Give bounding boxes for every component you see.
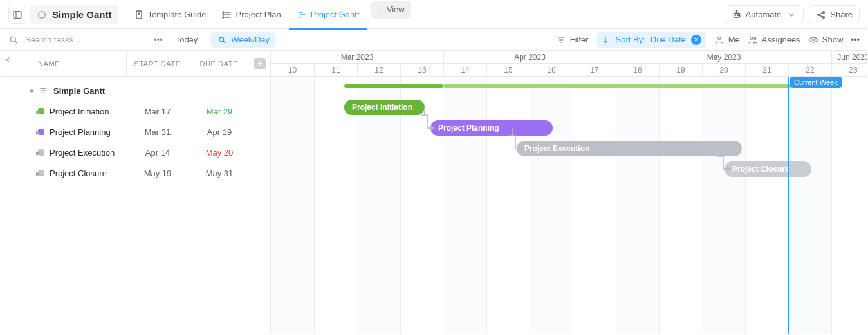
project-circle-icon <box>37 10 47 20</box>
task-row[interactable]: ▸ Project Execution Apr 14 May 20 <box>1 142 270 163</box>
due-date: May 31 <box>189 168 250 178</box>
zoom-weekday-button[interactable]: Week/Day <box>210 32 276 48</box>
search-box[interactable] <box>8 34 150 45</box>
calendar-zoom-icon <box>217 35 227 45</box>
bar-closure[interactable]: Project Closure <box>725 161 811 177</box>
doc-icon <box>134 10 144 20</box>
svg-line-26 <box>15 41 17 43</box>
tab-project-gantt[interactable]: Project Gantt <box>289 1 367 29</box>
me-label: Me <box>728 35 740 44</box>
sort-prefix: Sort By: <box>616 35 645 44</box>
col-name[interactable]: NAME <box>1 51 127 76</box>
column-headers: NAME Start Date Due Date + <box>1 51 270 77</box>
week-header: 11 <box>314 64 357 77</box>
task-row-parent[interactable]: ▾ Simple Gantt <box>1 80 270 101</box>
more-search-button[interactable]: ••• <box>154 35 163 44</box>
tracks: Project Initiation Project Planning Proj… <box>271 77 867 335</box>
week-header: 22 <box>788 64 831 77</box>
start-date: Mar 17 <box>127 107 189 116</box>
svg-line-23 <box>820 12 823 14</box>
month-header: Apr 2023 <box>443 51 616 64</box>
start-date: Apr 14 <box>127 148 189 158</box>
project-title: Simple Gantt <box>52 9 112 20</box>
dependency-arrow <box>717 149 736 174</box>
main: NAME Start Date Due Date + ▾ Simple Gant… <box>1 51 867 335</box>
svg-marker-42 <box>519 146 523 151</box>
chevron-left-icon <box>3 55 14 65</box>
task-row[interactable]: ▸ Project Planning Mar 31 Apr 19 <box>1 122 270 142</box>
svg-marker-43 <box>727 167 731 172</box>
bar-planning[interactable]: Project Planning <box>430 120 553 136</box>
week-header: 16 <box>530 64 573 77</box>
start-date: Mar 31 <box>127 127 189 137</box>
robot-icon <box>732 10 742 20</box>
left-panel: NAME Start Date Due Date + ▾ Simple Gant… <box>1 51 271 335</box>
list-icon <box>38 86 48 96</box>
me-button[interactable]: Me <box>714 35 740 45</box>
week-header: 20 <box>702 64 745 77</box>
caret-right-icon: ▸ <box>36 148 41 158</box>
more-button[interactable]: ••• <box>851 35 860 44</box>
task-name: Project Planning <box>50 127 111 137</box>
tab-label: Template Guide <box>148 10 207 19</box>
caret-right-icon: ▸ <box>36 127 41 137</box>
share-icon <box>816 10 826 20</box>
share-button[interactable]: Share <box>809 5 860 24</box>
assignees-label: Assignees <box>762 35 800 44</box>
bar-initiation[interactable]: Project Initiation <box>344 100 425 115</box>
search-input[interactable] <box>24 34 127 45</box>
week-header: 17 <box>573 64 616 77</box>
automate-button[interactable]: Automate <box>725 5 804 24</box>
due-date: Mar 29 <box>189 107 250 116</box>
col-start[interactable]: Start Date <box>127 60 189 68</box>
svg-point-34 <box>750 37 753 39</box>
gantt-chart[interactable]: Mar 2023Apr 2023May 2023Jun 2023 1011121… <box>271 51 867 335</box>
show-label: Show <box>822 35 844 44</box>
bar-execution[interactable]: Project Execution <box>517 141 742 156</box>
sort-field: Due Date <box>651 35 686 44</box>
dots-icon: ••• <box>851 35 860 44</box>
collapse-left-panel[interactable] <box>3 55 14 67</box>
week-row: 1011121314151617181920212223 <box>271 64 867 77</box>
week-header: 15 <box>486 64 530 77</box>
tab-template-guide[interactable]: Template Guide <box>126 1 214 29</box>
filter-button[interactable]: Filter <box>556 35 589 45</box>
add-column-button[interactable]: + <box>250 51 270 76</box>
sidebar-toggle-button[interactable] <box>8 6 26 24</box>
week-header: 21 <box>745 64 788 77</box>
task-row[interactable]: ▸ Project Initiation Mar 17 Mar 29 <box>1 101 270 122</box>
task-name: Project Initiation <box>50 107 109 116</box>
current-week-badge: Current Week <box>790 77 842 88</box>
assignees-button[interactable]: Assignees <box>748 35 800 45</box>
sort-chip[interactable]: Sort By: Due Date ✕ <box>596 32 706 48</box>
task-row[interactable]: ▸ Project Closure May 19 May 31 <box>1 163 270 183</box>
tab-project-plan[interactable]: Project Plan <box>214 1 289 29</box>
user-icon <box>714 35 725 45</box>
project-title-chip[interactable]: Simple Gantt <box>30 5 118 24</box>
show-button[interactable]: Show <box>808 35 844 45</box>
today-label: Today <box>176 35 198 44</box>
bar-label: Project Execution <box>524 144 589 153</box>
svg-point-11 <box>223 17 224 18</box>
current-week-line <box>788 77 789 335</box>
eye-icon <box>808 35 818 45</box>
bar-label: Project Closure <box>732 165 790 174</box>
sort-arrow-icon <box>600 35 611 45</box>
month-header: Mar 2023 <box>271 51 443 64</box>
sort-clear-button[interactable]: ✕ <box>691 35 701 45</box>
svg-point-35 <box>754 37 756 39</box>
add-view-button[interactable]: + View <box>371 1 411 19</box>
svg-point-22 <box>823 16 825 18</box>
zoom-label: Week/Day <box>231 35 270 44</box>
svg-point-27 <box>219 37 224 42</box>
summary-progress-complete <box>344 84 443 88</box>
today-button[interactable]: Today <box>169 32 205 48</box>
summary-progress-remaining <box>443 84 791 88</box>
week-header: 12 <box>357 64 400 77</box>
dependency-arrow <box>509 128 528 154</box>
svg-point-33 <box>718 37 721 39</box>
top-header: Simple Gantt Template Guide Project Plan… <box>1 1 867 29</box>
svg-point-9 <box>223 12 224 13</box>
svg-point-25 <box>10 37 15 42</box>
col-due[interactable]: Due Date <box>188 60 250 68</box>
